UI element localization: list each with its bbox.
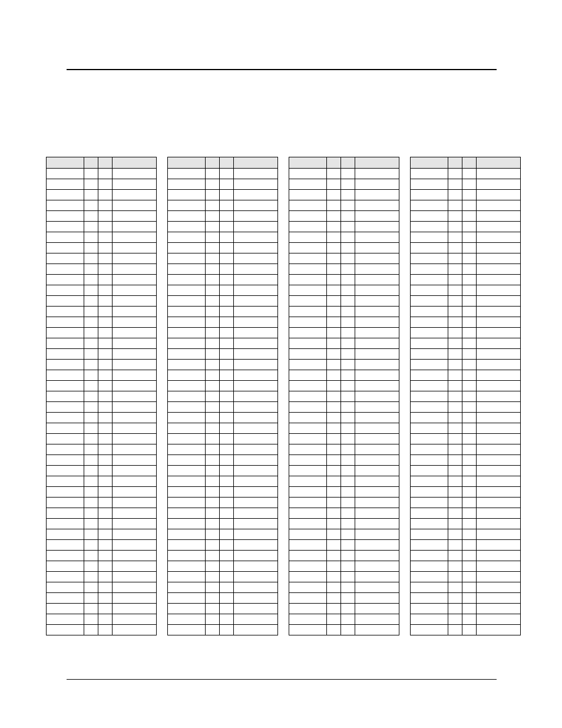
table-cell	[448, 349, 462, 360]
table-cell	[234, 604, 278, 614]
table-cell	[477, 190, 521, 200]
table-cell	[47, 391, 84, 402]
table-cell	[168, 529, 206, 540]
table-cell	[289, 200, 327, 211]
table-cell	[47, 360, 84, 370]
table-cell	[462, 285, 477, 296]
table-cell	[327, 498, 341, 508]
table-cell	[234, 264, 278, 275]
table-cell	[327, 253, 341, 264]
table-cell	[206, 381, 220, 391]
table-cell	[220, 582, 234, 593]
table-row	[411, 498, 521, 508]
table-cell	[477, 498, 521, 508]
table-row	[289, 381, 399, 391]
table-cell	[98, 402, 113, 413]
table-cell	[355, 391, 399, 402]
table-cell	[448, 243, 462, 253]
table-cell	[206, 296, 220, 307]
table-cell	[234, 190, 278, 200]
table-cell	[206, 434, 220, 444]
table-cell	[448, 498, 462, 508]
table-row	[411, 275, 521, 285]
table-cell	[477, 582, 521, 593]
table-cell	[462, 519, 477, 529]
table-cell	[84, 529, 98, 540]
table-row	[168, 625, 278, 635]
table-cell	[411, 476, 448, 487]
table-cell	[234, 455, 278, 466]
table-cell	[327, 222, 341, 232]
table-cell	[98, 190, 113, 200]
table-cell	[341, 179, 355, 190]
table-cell	[220, 253, 234, 264]
table-cell	[289, 179, 327, 190]
table-cell	[448, 391, 462, 402]
table-cell	[341, 328, 355, 338]
table-row	[168, 551, 278, 561]
table-cell	[168, 423, 206, 434]
table-cell	[448, 593, 462, 604]
table-cell	[327, 307, 341, 317]
table-cell	[289, 593, 327, 604]
table-row	[47, 519, 157, 529]
table-cell	[462, 625, 477, 635]
table-cell	[220, 529, 234, 540]
table-cell	[234, 275, 278, 285]
table-cell	[355, 413, 399, 423]
table-cell	[462, 476, 477, 487]
table-cell	[113, 434, 157, 444]
table-cell	[47, 614, 84, 625]
table-cell	[47, 381, 84, 391]
table-cell	[289, 328, 327, 338]
table-cell	[220, 540, 234, 551]
table-cell	[234, 476, 278, 487]
table-cell	[411, 211, 448, 222]
table-row	[411, 434, 521, 444]
table-cell	[411, 529, 448, 540]
table-cell	[168, 466, 206, 476]
table-cell	[327, 179, 341, 190]
table-cell	[220, 317, 234, 328]
table-cell	[477, 413, 521, 423]
table-cell	[84, 211, 98, 222]
table-cell	[448, 370, 462, 381]
table-row	[168, 243, 278, 253]
table-cell	[113, 179, 157, 190]
table-row	[411, 317, 521, 328]
table-cell	[355, 519, 399, 529]
table-cell	[341, 498, 355, 508]
table-cell	[206, 190, 220, 200]
table-cell	[327, 540, 341, 551]
table-cell	[47, 169, 84, 179]
table-row	[411, 413, 521, 423]
table-cell	[220, 360, 234, 370]
table-cell	[462, 466, 477, 476]
table-cell	[84, 307, 98, 317]
table-row	[168, 222, 278, 232]
table-row	[47, 551, 157, 561]
table-cell	[411, 264, 448, 275]
table-cell	[113, 423, 157, 434]
table-cell	[477, 264, 521, 275]
table-cell	[289, 529, 327, 540]
table-cell	[462, 582, 477, 593]
table-cell	[206, 253, 220, 264]
table-cell	[341, 551, 355, 561]
table-cell	[47, 498, 84, 508]
table-cell	[477, 370, 521, 381]
table-cell	[448, 466, 462, 476]
table-cell	[168, 211, 206, 222]
table-cell	[47, 317, 84, 328]
table-cell	[220, 444, 234, 455]
table-cell	[448, 413, 462, 423]
table-cell	[462, 551, 477, 561]
table-row	[47, 413, 157, 423]
table-cell	[411, 317, 448, 328]
table-cell	[448, 328, 462, 338]
table-cell	[168, 604, 206, 614]
table-cell	[289, 243, 327, 253]
table-cell	[84, 466, 98, 476]
table-row	[411, 190, 521, 200]
table-cell	[289, 423, 327, 434]
